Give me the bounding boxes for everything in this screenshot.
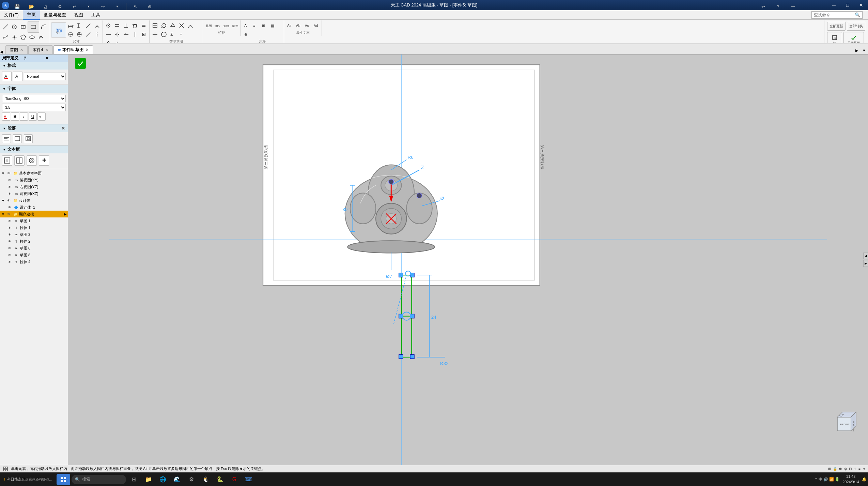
tree-seq-model[interactable]: ▼ 👁 📁 顺序建模 ▶ [0,211,68,217]
vert-dim-tool[interactable] [75,21,84,30]
taskbar-vscode[interactable]: ⌨ [242,473,255,486]
sv-tool-1[interactable] [151,21,159,30]
style-dropdown[interactable]: Normal [24,73,66,80]
close-sketch-btn[interactable]: 关闭草图 [843,32,864,44]
expand-basic-ref[interactable]: ▼ [1,171,6,175]
rect-dropdown[interactable] [28,21,39,33]
status-icon-6[interactable]: ⊹ [854,467,856,471]
format-icon1[interactable]: A [2,72,12,81]
taskbar-explorer[interactable]: 📁 [142,473,155,486]
status-icon-8[interactable]: ◇ [863,467,865,471]
eye-front-view[interactable]: 👁 [7,191,12,196]
sv-tool-3[interactable] [168,21,177,30]
status-icon-1[interactable]: ⊞ [828,467,831,471]
textbox-header[interactable]: ▼ 文本框 [0,146,68,153]
underline-button[interactable]: U [29,112,37,121]
tb-btn2[interactable] [14,155,25,166]
tree-top-view[interactable]: 👁 ▭ 俯视图(XY) [0,177,68,183]
trim-tool[interactable] [10,42,19,44]
cursor2-icon[interactable]: ⊕ [143,1,156,12]
tree-extrude-2[interactable]: 👁 ⬆ 拉伸 2 [0,238,68,245]
eye-sketch-6[interactable]: 👁 [7,245,12,251]
eye-sketch-8[interactable]: 👁 [7,252,12,258]
redo-icon[interactable]: ↪ [96,1,110,12]
ann-tool-2[interactable]: ≡ [251,21,260,30]
eye-design-body[interactable]: 👁 [6,198,12,203]
tb-btn1[interactable]: ⊞ [2,155,12,166]
block-btn[interactable]: 块 块 [827,32,842,44]
center-circle-tool[interactable] [10,22,19,31]
status-icon-3[interactable]: ⊕ [839,467,842,471]
confirm-check[interactable] [75,58,86,69]
coincident-tool[interactable] [104,21,113,30]
eye-top-view[interactable]: 👁 [7,177,12,183]
status-icon-7[interactable]: ≡ [858,467,861,471]
tab-part4-close[interactable]: ✕ [45,48,48,52]
rotate-tool[interactable] [28,42,36,44]
ann-tool-3[interactable]: ⊞ [260,21,268,30]
minimize2-icon[interactable]: ─ [786,1,800,12]
menu-measure[interactable]: 测量与检查 [40,11,70,19]
full-convert-btn[interactable]: 全部转换 [847,22,865,31]
view-cube[interactable]: FRONT TOP BOTTOM [831,410,858,438]
full-update-btn[interactable]: 全部更新 [827,22,846,31]
taskbar-search[interactable]: 🔍 搜索 [72,475,126,484]
eye-extrude-1[interactable]: 👁 [7,225,12,230]
pattern-tool[interactable] [36,42,45,44]
hor-dim-tool[interactable]: ←→ [66,21,75,30]
ann-tool-4[interactable]: ▦ [268,21,277,30]
format-header[interactable]: ▼ 格式 [0,62,68,70]
vert-tool[interactable] [130,30,139,39]
bold-button[interactable]: B [11,112,19,121]
format-icon2[interactable]: A [13,72,22,81]
sym-line-tool[interactable] [93,30,102,39]
eye-seq-model[interactable]: 👁 [6,211,12,217]
taskbar-penguin[interactable]: 🐧 [199,473,213,486]
align-dim-tool[interactable] [84,21,93,30]
align-right-btn[interactable] [24,134,33,143]
menu-tools[interactable]: 工具 [87,11,104,19]
sv-tool-8[interactable]: Σ [168,30,177,39]
redo-dropdown[interactable]: ▼ [110,1,124,12]
maximize-button[interactable]: □ [841,0,854,10]
print-icon[interactable]: 🖨 [39,1,52,12]
tangent-tool[interactable] [130,21,139,30]
tab-home-close[interactable]: ✕ [20,48,23,52]
font-name-dropdown[interactable]: TianGong ISO [2,95,66,102]
equal-tool[interactable] [139,21,148,30]
close-button[interactable]: ✕ [854,0,868,10]
save-icon[interactable]: 💾 [10,1,24,12]
cursor-icon[interactable]: ↖ [128,1,142,12]
search-button[interactable]: 🔍 [855,12,860,17]
hole-tool[interactable]: 孔图 [204,21,213,30]
tree-sketch-2[interactable]: 👁 ✏ 草图 2 [0,231,68,238]
tab-home[interactable]: 首图 ✕ [5,45,28,54]
expand-seq-model[interactable]: ▼ [1,212,6,216]
status-icon-5[interactable]: ⊡ [849,467,852,471]
tab-part5-close[interactable]: ✕ [86,48,89,52]
open-icon[interactable]: 📂 [25,1,38,12]
line-tool[interactable] [1,22,10,31]
angle-dim-tool[interactable] [93,21,102,30]
expand-design-body[interactable]: ▼ [1,199,6,202]
sv-tool-9[interactable]: + [177,30,186,39]
canvas-area[interactable]: 第三角投影法 第三角投影法 [68,55,868,465]
settings-icon[interactable]: ⚙ [53,1,67,12]
grid-icon[interactable] [3,466,8,472]
tree-sketch-1[interactable]: 👁 ✏ 草图 1 [0,217,68,224]
tree-right-view[interactable]: 👁 ▭ 右视图(YZ) [0,183,68,190]
align-left-btn[interactable] [2,134,11,143]
tree-extrude-1[interactable]: 👁 ⬆ 拉伸 1 [0,224,68,231]
polygon-tool[interactable] [19,33,28,42]
eye-design-body-1[interactable]: 👁 [7,204,12,210]
confirm-button[interactable] [75,58,86,69]
tab-right-arrow[interactable]: ▶ [853,47,860,54]
panel-help[interactable]: ? [24,56,44,61]
menu-view[interactable]: 视图 [70,11,87,19]
smart-dim-btn[interactable]: 智能尺寸 [51,22,66,37]
radius-dim-tool[interactable]: R [66,30,75,39]
parallel-tool[interactable] [113,21,122,30]
center-rect-tool[interactable] [19,22,28,31]
tb-btn3[interactable] [27,155,37,166]
tab-left-arrow[interactable]: ◀ [0,49,5,54]
